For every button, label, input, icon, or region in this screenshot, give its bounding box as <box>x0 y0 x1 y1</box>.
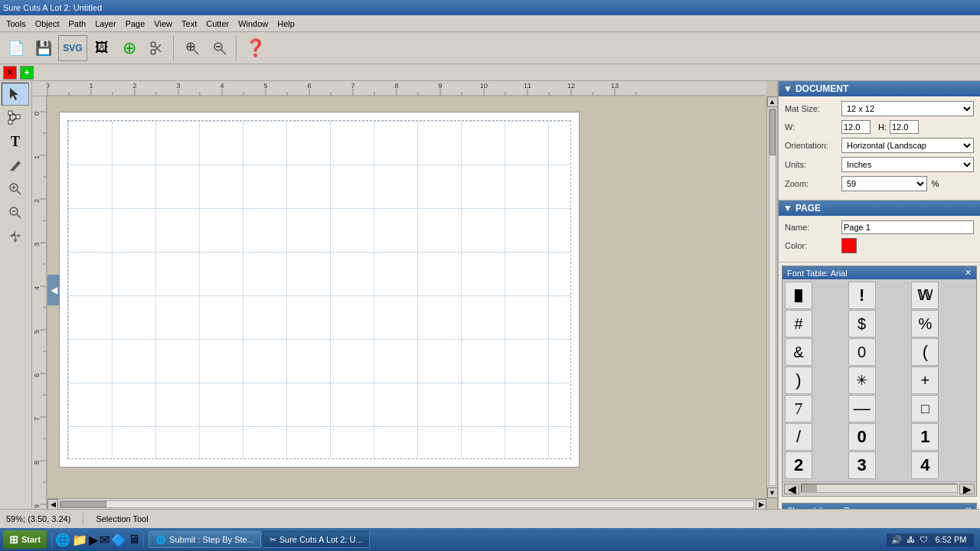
page-section-header[interactable]: ▼ PAGE <box>779 201 980 216</box>
pan-tool[interactable] <box>2 225 29 248</box>
font-cell-14[interactable]: □ <box>911 395 939 422</box>
select-tool[interactable] <box>2 83 29 106</box>
zoom-select-button[interactable] <box>179 35 205 61</box>
font-scroll-left[interactable]: ◀ <box>784 484 799 494</box>
start-button[interactable]: ⊞ Start <box>3 530 47 549</box>
h-scrollbar[interactable]: ◀ ▶ <box>47 498 766 509</box>
font-scroll-right[interactable]: ▶ <box>959 484 975 494</box>
tray-icon-2: 🖧 <box>906 535 915 544</box>
draw-tool[interactable] <box>2 154 29 177</box>
zoom-out-tool[interactable] <box>2 201 29 224</box>
font-cell-19[interactable]: 3 <box>848 452 876 479</box>
image-button[interactable]: 🖼 <box>89 35 115 61</box>
document-section-header[interactable]: ▼ DOCUMENT <box>779 81 980 96</box>
menu-window[interactable]: Window <box>234 18 273 30</box>
msg-icon[interactable]: ✉ <box>100 533 109 547</box>
shape-library-close[interactable]: ✕ <box>965 505 972 509</box>
folder-icon[interactable]: 📁 <box>72 533 87 547</box>
add-button[interactable]: + <box>20 66 34 80</box>
h-scrollbar-thumb[interactable] <box>60 501 106 507</box>
menu-path[interactable]: Path <box>64 18 90 30</box>
node-tool[interactable] <box>2 106 29 129</box>
zoom-select[interactable]: 59 <box>841 176 927 191</box>
font-cell-8[interactable]: ( <box>911 338 939 366</box>
font-table-close[interactable]: ✕ <box>965 268 972 278</box>
grid-svg <box>68 121 570 458</box>
font-cell-10[interactable]: ✳ <box>848 367 876 394</box>
svg-marker-11 <box>10 88 18 100</box>
svg-rect-7 <box>190 44 191 50</box>
font-table-title: Font Table: Arial <box>787 269 848 278</box>
menu-object[interactable]: Object <box>31 18 64 30</box>
help-button[interactable]: ❓ <box>242 35 268 61</box>
menu-cutter[interactable]: Cutter <box>201 18 234 30</box>
app-title: Sure Cuts A Lot 2: Untitled <box>3 3 102 12</box>
zoom-fit-button[interactable] <box>207 35 233 61</box>
height-input[interactable] <box>890 120 919 134</box>
page-name-input[interactable] <box>841 220 974 234</box>
document-header-label: DOCUMENT <box>795 83 848 94</box>
scroll-right-btn[interactable]: ▶ <box>756 499 766 510</box>
scroll-up-btn[interactable]: ▲ <box>767 96 778 107</box>
menu-tools[interactable]: Tools <box>2 18 31 30</box>
taskbar-surecuts[interactable]: ✂ Sure Cuts A Lot 2: U... <box>263 531 370 548</box>
font-cell-16[interactable]: 0 <box>848 423 876 451</box>
orientation-select[interactable]: Horizontal (Landscap <box>841 138 974 153</box>
font-cell-3[interactable]: # <box>785 310 812 337</box>
font-cell-5[interactable]: % <box>911 310 939 337</box>
show-desktop-icon[interactable]: 🖥 <box>128 533 140 546</box>
font-scroll-track[interactable] <box>801 484 958 493</box>
font-scroll-thumb[interactable] <box>802 484 817 492</box>
v-scrollbar-thumb[interactable] <box>769 109 776 155</box>
width-input[interactable] <box>841 120 871 134</box>
font-cell-2[interactable]: 𝕎 <box>911 282 939 309</box>
color-close-button[interactable]: ✕ <box>3 66 17 80</box>
font-cell-11[interactable]: + <box>911 367 939 394</box>
menu-view[interactable]: View <box>149 18 177 30</box>
page-color-swatch[interactable] <box>841 238 857 253</box>
app2-icon[interactable]: 🔷 <box>111 533 126 547</box>
font-cell-9[interactable]: ) <box>785 367 812 394</box>
canvas-area[interactable]: ◀ ◀ ▶ ▲ ▼ <box>32 81 777 509</box>
font-cell-13[interactable]: — <box>848 395 876 422</box>
font-cell-15[interactable]: / <box>785 423 812 451</box>
scroll-down-btn[interactable]: ▼ <box>767 487 778 498</box>
v-scrollbar[interactable]: ▲ ▼ <box>766 96 777 498</box>
font-cell-1[interactable]: ! <box>848 282 876 309</box>
font-cell-0[interactable]: █ <box>785 282 812 309</box>
font-cell-12[interactable]: 7 <box>785 395 812 422</box>
taskbar-submit[interactable]: 🌐 Submit : Step By Ste... <box>149 531 261 548</box>
save-button[interactable]: 💾 <box>31 35 57 61</box>
toolbar-separator-2 <box>236 35 239 61</box>
units-select[interactable]: Inches <box>841 157 974 172</box>
font-cell-17[interactable]: 1 <box>911 423 939 451</box>
font-cell-18[interactable]: 2 <box>785 452 812 479</box>
menu-page[interactable]: Page <box>121 18 150 30</box>
document-section: Mat Size: 12 x 12 W: H: Orientation: Hor… <box>779 96 980 201</box>
v-scrollbar-track[interactable] <box>769 109 776 486</box>
zoom-in-tool[interactable] <box>2 178 29 201</box>
svg-rect-13 <box>8 111 12 115</box>
h-scrollbar-track[interactable] <box>60 500 754 508</box>
menu-text[interactable]: Text <box>177 18 201 30</box>
media-icon[interactable]: ▶ <box>89 533 98 547</box>
ie-icon[interactable]: 🌐 <box>55 533 70 547</box>
mat-size-select[interactable]: 12 x 12 <box>841 101 974 116</box>
wh-row: W: H: <box>785 120 974 134</box>
new-button[interactable]: 📄 <box>3 35 29 61</box>
svg-button[interactable]: SVG <box>58 35 87 61</box>
page-area[interactable]: ◀ <box>47 96 766 498</box>
font-cell-7[interactable]: 0 <box>848 338 876 366</box>
font-cell-20[interactable]: 4 <box>911 452 939 479</box>
add-circle-button[interactable]: ⊕ <box>116 35 142 61</box>
page-collapse-icon: ▼ <box>783 203 792 214</box>
scroll-left-btn[interactable]: ◀ <box>47 499 58 510</box>
page-arrow-panel[interactable]: ◀ <box>47 275 60 305</box>
font-cell-4[interactable]: $ <box>848 310 876 337</box>
cut-button[interactable] <box>144 35 170 61</box>
system-tray: 🔊 🖧 🛡 6:52 PM <box>887 533 974 546</box>
text-tool[interactable]: T <box>2 130 29 153</box>
font-cell-6[interactable]: & <box>785 338 812 366</box>
menu-help[interactable]: Help <box>273 18 299 30</box>
menu-layer[interactable]: Layer <box>90 18 121 30</box>
